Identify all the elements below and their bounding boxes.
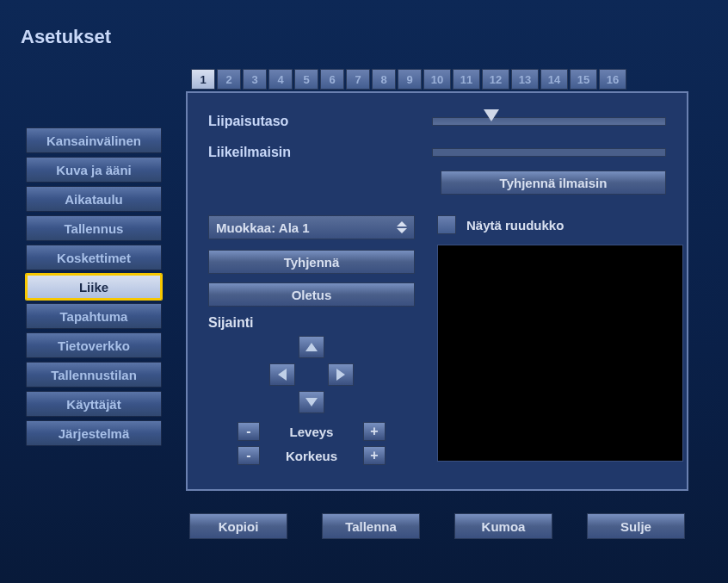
motion-indicator-bar [432,148,666,157]
dpad-left-button[interactable] [269,363,295,386]
edit-area-select[interactable]: Muokkaa: Ala 1 [208,215,415,239]
undo-button[interactable]: Kumoa [454,513,552,539]
width-label: Leveys [260,425,363,439]
show-grid-checkbox[interactable] [437,215,456,234]
sidebar-item-7[interactable]: Tietoverkko [26,332,162,358]
position-label: Sijainti [208,315,415,331]
tab-5[interactable]: 5 [294,69,318,90]
dpad-down-button[interactable] [299,391,324,413]
height-plus-button[interactable]: + [363,446,386,465]
clear-indicator-button[interactable]: Tyhjennä ilmaisin [441,171,666,195]
trigger-level-label: Liipaisutaso [208,114,432,129]
clear-button[interactable]: Tyhjennä [208,250,415,274]
sidebar-item-2[interactable]: Aikataulu [26,186,162,212]
preview-area[interactable] [437,245,683,462]
sidebar: KansainvälinenKuva ja ääniAikatauluTalle… [26,127,162,450]
tab-1[interactable]: 1 [191,69,215,90]
sidebar-item-10[interactable]: Järjestelmä [26,420,162,446]
tab-8[interactable]: 8 [372,69,396,90]
main-panel: Liipaisutaso Liikeilmaisin Tyhjennä ilma… [186,91,688,491]
tab-15[interactable]: 15 [570,69,597,90]
save-button[interactable]: Tallenna [322,513,420,539]
dpad-right-button[interactable] [328,363,354,386]
tab-2[interactable]: 2 [217,69,241,90]
arrow-right-icon [336,369,345,381]
tab-7[interactable]: 7 [346,69,370,90]
sidebar-item-1[interactable]: Kuva ja ääni [26,157,162,183]
height-minus-button[interactable]: - [238,446,260,465]
width-plus-button[interactable]: + [363,422,386,441]
sidebar-item-3[interactable]: Tallennus [26,215,162,241]
edit-area-select-value: Muokkaa: Ala 1 [216,220,310,235]
show-grid-label: Näytä ruudukko [466,218,564,233]
default-button[interactable]: Oletus [208,282,415,307]
motion-indicator-label: Liikeilmaisin [208,145,432,160]
tab-9[interactable]: 9 [398,69,422,90]
tab-3[interactable]: 3 [243,69,267,90]
sidebar-item-4[interactable]: Koskettimet [26,245,162,270]
page-title: Asetukset [21,26,111,48]
arrow-up-icon [305,343,318,351]
tab-10[interactable]: 10 [423,69,451,90]
position-dpad [264,336,359,413]
arrow-left-icon [278,369,287,381]
sidebar-item-9[interactable]: Käyttäjät [26,391,162,417]
copy-button[interactable]: Kopioi [189,513,287,539]
slider-thumb-icon[interactable] [484,109,499,121]
sidebar-item-8[interactable]: Tallennustilan [26,362,162,388]
select-arrows-icon [397,221,407,233]
height-label: Korkeus [260,449,363,463]
tab-6[interactable]: 6 [320,69,344,90]
width-minus-button[interactable]: - [238,422,260,441]
trigger-level-slider[interactable] [432,117,666,126]
arrow-down-icon [305,398,318,406]
tab-16[interactable]: 16 [599,69,626,90]
sidebar-item-0[interactable]: Kansainvälinen [26,127,162,153]
sidebar-item-5[interactable]: Liike [26,274,162,300]
sidebar-item-6[interactable]: Tapahtuma [26,303,162,329]
footer-bar: Kopioi Tallenna Kumoa Sulje [186,513,688,539]
tab-14[interactable]: 14 [540,69,568,90]
tab-4[interactable]: 4 [268,69,293,90]
tab-11[interactable]: 11 [453,69,480,90]
tab-13[interactable]: 13 [511,69,539,90]
tab-12[interactable]: 12 [482,69,509,90]
close-button[interactable]: Sulje [587,513,685,539]
dpad-up-button[interactable] [299,336,324,358]
tab-strip: 12345678910111213141516 [191,69,626,90]
